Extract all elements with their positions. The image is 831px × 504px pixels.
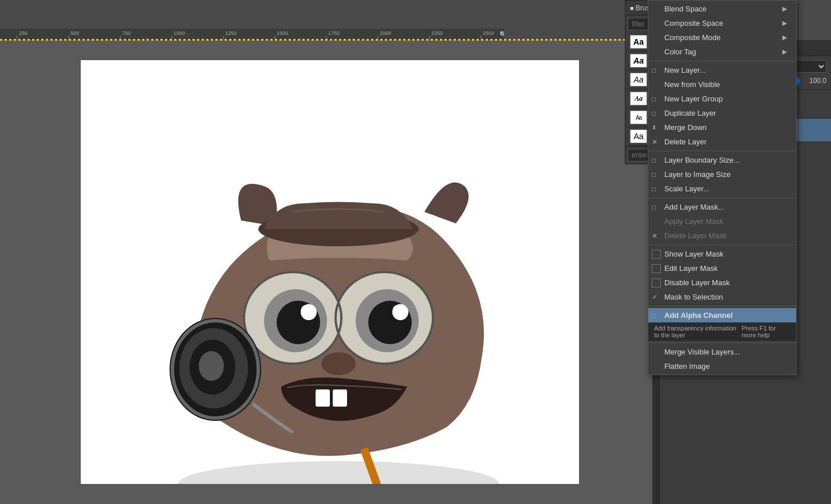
svg-point-52 (199, 351, 224, 381)
menu-item-color-tag[interactable]: Color Tag ▶ (648, 45, 796, 59)
app-container: 250 500 750 1000 1250 1500 1750 2000 (0, 0, 831, 504)
menu-item-add-alpha-channel[interactable]: □ Add Alpha Channel (648, 308, 796, 322)
separator-4 (648, 245, 796, 245)
canvas-area (0, 40, 659, 504)
new-from-visible-label: New from Visible (664, 80, 720, 89)
add-alpha-channel-label: Add Alpha Channel (664, 311, 732, 320)
show-layer-mask-label: Show Layer Mask (664, 250, 723, 258)
new-layer-label: New Layer... (664, 66, 706, 74)
add-layer-mask-label: Add Layer Mask... (664, 203, 724, 211)
font-preview-1: Aa (630, 54, 647, 68)
svg-text:1250: 1250 (225, 30, 237, 36)
svg-text:1000: 1000 (174, 30, 185, 36)
menu-item-disable-layer-mask[interactable]: Disable Layer Mask (648, 275, 796, 290)
menu-item-delete-layer-mask: ✕ Delete Layer Mask (648, 229, 796, 243)
scale-layer-icon: □ (652, 185, 656, 193)
menu-item-new-from-visible[interactable]: New from Visible (648, 77, 796, 92)
delete-layer-mask-label: Delete Layer Mask (664, 231, 726, 240)
svg-text:2500: 2500 (483, 30, 494, 36)
layer-to-image-label: Layer to Image Size (664, 170, 731, 179)
layer-boundary-icon: □ (652, 156, 656, 164)
svg-point-32 (178, 461, 499, 484)
merge-down-label: Merge Down (664, 123, 707, 132)
svg-text:1500: 1500 (277, 30, 288, 36)
layer-boundary-label: Layer Boundary Size... (664, 156, 740, 164)
new-layer-group-label: New Layer Group (664, 94, 723, 103)
svg-point-45 (321, 352, 356, 375)
svg-point-44 (393, 305, 401, 313)
context-menu: Blend Space ▶ Composite Space ▶ Composit… (648, 0, 797, 375)
composite-mode-label: Composite Mode (664, 33, 720, 42)
disable-layer-mask-label: Disable Layer Mask (664, 278, 730, 287)
merge-visible-label: Merge Visible Layers... (664, 348, 740, 356)
separator-5 (648, 306, 796, 306)
menu-item-add-layer-mask[interactable]: □ Add Layer Mask... (648, 200, 796, 214)
duplicate-layer-label: Duplicate Layer (664, 109, 716, 117)
svg-text:750: 750 (122, 30, 131, 36)
svg-rect-46 (316, 389, 330, 407)
menu-item-scale-layer[interactable]: □ Scale Layer... (648, 182, 796, 196)
opacity-value: 100.0 (804, 77, 826, 85)
edit-layer-mask-label: Edit Layer Mask (664, 264, 718, 273)
font-preview-3: Aa (630, 92, 647, 105)
canvas-border-indicator (0, 39, 659, 41)
svg-text:500: 500 (70, 30, 79, 36)
tooltip-text: Add transparency information to the laye… (654, 325, 742, 338)
layer-to-image-icon: □ (652, 171, 656, 179)
menu-item-new-layer-group[interactable]: □ New Layer Group (648, 92, 796, 106)
color-tag-arrow: ▶ (782, 48, 787, 56)
menu-item-merge-down[interactable]: ⬇ Merge Down (648, 120, 796, 135)
menu-item-apply-layer-mask: Apply Layer Mask (648, 214, 796, 229)
menu-item-duplicate-layer[interactable]: □ Duplicate Layer (648, 106, 796, 120)
canvas-white (81, 60, 579, 484)
composite-space-arrow: ▶ (782, 19, 787, 27)
menu-item-mask-to-selection[interactable]: Mask to Selection (648, 290, 796, 304)
new-layer-icon: □ (652, 66, 656, 74)
svg-text:250: 250 (19, 30, 27, 36)
add-layer-mask-icon: □ (652, 203, 656, 211)
menu-item-flatten-image[interactable]: Flatten Image (648, 359, 796, 373)
apply-layer-mask-label: Apply Layer Mask (664, 217, 723, 226)
flatten-image-label: Flatten Image (664, 362, 710, 371)
merge-down-icon: ⬇ (652, 124, 656, 131)
svg-text:🔍: 🔍 (499, 30, 504, 38)
composite-mode-arrow: ▶ (782, 34, 787, 41)
brushes-icon: ■ (630, 5, 634, 11)
menu-item-delete-layer[interactable]: ✕ Delete Layer (648, 135, 796, 149)
menu-item-show-layer-mask[interactable]: Show Layer Mask (648, 247, 796, 261)
delete-layer-icon: ✕ (652, 138, 657, 146)
main-area: 250 500 750 1000 1250 1500 1750 2000 (0, 0, 831, 504)
add-alpha-icon: □ (652, 312, 656, 320)
svg-rect-47 (333, 389, 347, 407)
scale-layer-label: Scale Layer... (664, 184, 710, 193)
svg-text:2000: 2000 (380, 30, 391, 36)
menu-item-edit-layer-mask[interactable]: Edit Layer Mask (648, 261, 796, 275)
separator-2 (648, 151, 796, 151)
svg-text:1750: 1750 (328, 30, 340, 36)
menu-item-composite-mode[interactable]: Composite Mode ▶ (648, 30, 796, 45)
menu-item-merge-visible-layers[interactable]: Merge Visible Layers... (648, 345, 796, 359)
separator-6 (648, 342, 796, 343)
color-tag-label: Color Tag (664, 48, 696, 56)
menu-item-composite-space[interactable]: Composite Space ▶ (648, 16, 796, 30)
menu-item-new-layer[interactable]: □ New Layer... (648, 63, 796, 77)
menu-item-blend-space[interactable]: Blend Space ▶ (648, 2, 796, 16)
separator-3 (648, 198, 796, 198)
menu-item-layer-boundary-size[interactable]: □ Layer Boundary Size... (648, 153, 796, 167)
font-preview-2: Aa (630, 73, 647, 86)
delete-layer-label: Delete Layer (664, 137, 707, 146)
blend-space-label: Blend Space (664, 5, 707, 13)
menu-item-layer-to-image-size[interactable]: □ Layer to Image Size (648, 167, 796, 182)
tooltip-help: Press F1 for more help (742, 325, 790, 338)
menu-tooltip-bar: Add transparency information to the laye… (648, 322, 796, 341)
separator-1 (648, 61, 796, 61)
duplicate-layer-icon: □ (652, 109, 656, 117)
svg-point-43 (301, 305, 309, 313)
delete-layer-mask-icon: ✕ (652, 232, 657, 240)
new-layer-group-icon: □ (652, 95, 656, 103)
blend-space-arrow: ▶ (782, 5, 787, 13)
mask-to-selection-label: Mask to Selection (664, 293, 723, 301)
gimp-mascot-svg (127, 129, 556, 484)
horizontal-ruler: 250 500 750 1000 1250 1500 1750 2000 (0, 29, 504, 40)
font-preview-5: Aa (630, 129, 647, 143)
